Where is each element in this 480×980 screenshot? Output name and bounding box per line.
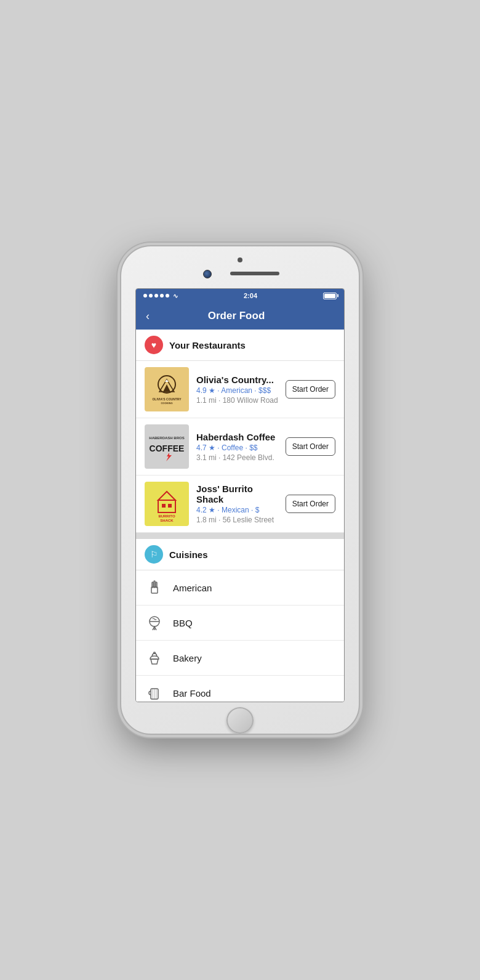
status-bar: ∿ 2:04	[136, 289, 344, 302]
restaurant-item-joss: BURRITO SHACK Joss' Burrito Shack 4.2 ★ …	[136, 476, 344, 533]
screen: ∿ 2:04 ‹ Order Food ♥ Your Restaurants	[135, 288, 345, 702]
svg-rect-14	[162, 504, 166, 508]
rating-haberdash: 4.7 ★ · Coffee · $$	[196, 443, 258, 452]
joss-logo-svg: BURRITO SHACK	[146, 483, 188, 525]
cuisine-label-american: American	[173, 583, 212, 593]
beer-icon	[146, 685, 162, 701]
page-title: Order Food	[154, 310, 318, 322]
svg-text:COFFEE: COFFEE	[150, 443, 185, 453]
status-time: 2:04	[244, 292, 257, 299]
cuisine-item-bbq[interactable]: BBQ	[136, 605, 344, 641]
american-icon	[146, 579, 163, 596]
svg-text:SHACK: SHACK	[160, 519, 174, 522]
camera	[203, 270, 212, 278]
cuisine-label-bar-food: Bar Food	[173, 688, 211, 699]
restaurant-info-joss: Joss' Burrito Shack 4.2 ★ · Mexican · $ …	[196, 484, 281, 524]
restaurant-location-haberdash: 3.1 mi · 142 Peele Blvd.	[196, 453, 281, 462]
speaker-bar	[230, 272, 279, 275]
svg-text:COOKING: COOKING	[161, 402, 172, 405]
restaurant-logo-joss: BURRITO SHACK	[145, 482, 189, 526]
signal-dot-2	[149, 294, 153, 298]
bar-food-icon	[146, 684, 163, 702]
restaurant-name-olivia: Olivia's Country...	[196, 375, 281, 385]
haberdash-logo-svg: HABERDASH BROS COFFEE	[146, 426, 188, 468]
restaurant-location-joss: 1.8 mi · 56 Leslie Street	[196, 516, 281, 524]
restaurant-meta-haberdash: 4.7 ★ · Coffee · $$	[196, 443, 281, 452]
restaurant-meta-joss: 4.2 ★ · Mexican · $	[196, 506, 281, 514]
your-restaurants-title: Your Restaurants	[169, 340, 246, 350]
main-content: ♥ Your Restaurants OLIVIA'S COUNTR	[136, 330, 344, 702]
cuisine-item-bar-food[interactable]: Bar Food	[136, 676, 344, 702]
nav-bar: ‹ Order Food	[136, 302, 344, 330]
svg-text:HABERDASH BROS: HABERDASH BROS	[149, 436, 184, 440]
battery-fill	[324, 294, 335, 298]
start-order-olivia[interactable]: Start Order	[286, 380, 335, 399]
cuisine-item-bakery[interactable]: Bakery	[136, 641, 344, 676]
speaker-dot	[238, 257, 242, 262]
cuisine-item-american[interactable]: American	[136, 570, 344, 605]
cuisines-title: Cuisines	[169, 549, 208, 560]
start-order-haberdash[interactable]: Start Order	[286, 437, 335, 456]
signal-dot-1	[143, 294, 147, 298]
rating-joss: 4.2 ★ · Mexican · $	[196, 506, 259, 514]
fork-icon: ⚐	[145, 545, 163, 564]
bakery-icon	[146, 649, 163, 666]
cuisines-header: ⚐ Cuisines	[136, 539, 344, 570]
restaurant-info-haberdash: Haberdash Coffee 4.7 ★ · Coffee · $$ 3.1…	[196, 432, 281, 462]
svg-text:BURRITO: BURRITO	[158, 514, 175, 518]
phone-frame: ∿ 2:04 ‹ Order Food ♥ Your Restaurants	[120, 245, 360, 735]
restaurant-name-haberdash: Haberdash Coffee	[196, 432, 281, 442]
your-restaurants-header: ♥ Your Restaurants	[136, 330, 344, 361]
signal-area: ∿	[143, 293, 178, 299]
cupcake-icon	[146, 650, 162, 666]
signal-dot-3	[154, 294, 158, 298]
restaurant-info-olivia: Olivia's Country... 4.9 ★ · American · $…	[196, 375, 281, 405]
signal-dot-5	[166, 294, 169, 298]
cuisine-label-bakery: Bakery	[173, 653, 202, 663]
bbq-grill-icon	[146, 615, 162, 631]
restaurant-location-olivia: 1.1 mi · 180 Willow Road	[196, 396, 281, 405]
signal-dots	[143, 294, 169, 298]
heart-icon: ♥	[145, 336, 163, 354]
fries-icon	[146, 580, 162, 596]
back-button[interactable]: ‹	[146, 310, 150, 323]
battery-icon	[323, 293, 337, 299]
svg-text:OLIVIA'S COUNTRY: OLIVIA'S COUNTRY	[152, 397, 182, 401]
rating-olivia: 4.9 ★ · American · $$$	[196, 386, 271, 395]
cuisine-label-bbq: BBQ	[173, 618, 193, 628]
bbq-icon	[146, 614, 163, 631]
restaurant-logo-haberdash: HABERDASH BROS COFFEE	[145, 424, 189, 469]
restaurant-name-joss: Joss' Burrito Shack	[196, 484, 281, 504]
svg-rect-15	[168, 504, 172, 508]
home-button[interactable]	[226, 707, 254, 734]
restaurant-logo-olivia: OLIVIA'S COUNTRY COOKING	[145, 367, 189, 411]
restaurant-meta-olivia: 4.9 ★ · American · $$$	[196, 386, 281, 395]
olivia-logo-svg: OLIVIA'S COUNTRY COOKING	[146, 368, 188, 410]
start-order-joss[interactable]: Start Order	[286, 495, 335, 513]
section-separator	[136, 533, 344, 539]
restaurant-item-olivia: OLIVIA'S COUNTRY COOKING Olivia's Countr…	[136, 361, 344, 418]
wifi-icon: ∿	[173, 293, 178, 299]
restaurant-item-haberdash: HABERDASH BROS COFFEE Haberdash Coffee 4…	[136, 418, 344, 476]
signal-dot-4	[160, 294, 164, 298]
